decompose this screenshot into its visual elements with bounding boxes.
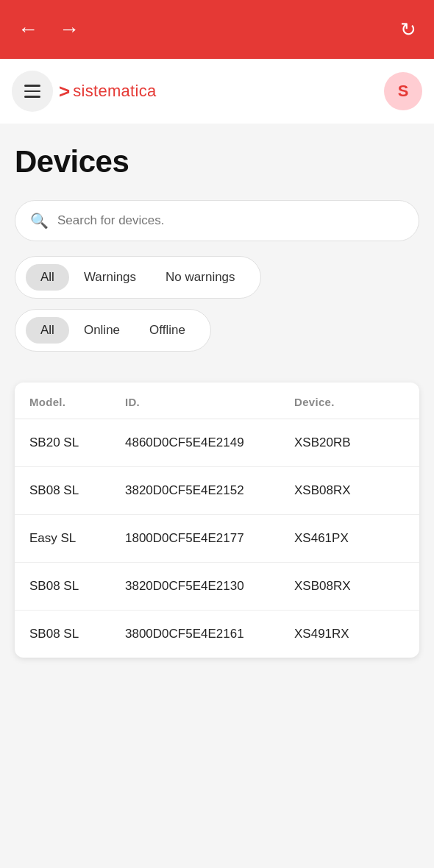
table-row[interactable]: Easy SL 1800D0CF5E4E2177 XS461PX [15, 515, 419, 563]
menu-button[interactable] [12, 71, 53, 112]
cell-device: XSB08RX [294, 579, 405, 594]
cell-id: 4860D0CF5E4E2149 [125, 435, 294, 450]
cell-device: XSB20RB [294, 435, 405, 450]
search-input[interactable] [57, 213, 404, 228]
filter-row-warnings: All Warnings No warnings [15, 256, 261, 299]
cell-id: 3820D0CF5E4E2130 [125, 579, 294, 594]
cell-model: SB20 SL [29, 435, 125, 450]
filter-offline[interactable]: Offline [135, 317, 200, 344]
table-row[interactable]: SB08 SL 3800D0CF5E4E2161 XS491RX [15, 611, 419, 658]
col-model: Model. [29, 396, 125, 408]
cell-model: SB08 SL [29, 483, 125, 498]
cell-id: 3820D0CF5E4E2152 [125, 483, 294, 498]
col-id: ID. [125, 396, 294, 408]
search-icon: 🔍 [30, 212, 49, 230]
cell-device: XS491RX [294, 627, 405, 641]
filter-online[interactable]: Online [69, 317, 135, 344]
page-content: Devices 🔍 All Warnings No warnings All O… [0, 124, 434, 687]
cell-id: 1800D0CF5E4E2177 [125, 531, 294, 546]
table-row[interactable]: SB08 SL 3820D0CF5E4E2130 XSB08RX [15, 563, 419, 611]
cell-model: Easy SL [29, 531, 125, 546]
table-body: SB20 SL 4860D0CF5E4E2149 XSB20RB SB08 SL… [15, 419, 419, 658]
header-row: > sistematica S [0, 59, 434, 124]
cell-device: XSB08RX [294, 483, 405, 498]
logo-area: > sistematica [59, 82, 157, 101]
col-device: Device. [294, 396, 405, 408]
menu-line-1 [24, 85, 40, 87]
filter-no-warnings[interactable]: No warnings [151, 264, 250, 291]
menu-line-3 [24, 96, 40, 98]
nav-left: ← → [18, 19, 79, 40]
filter-all-warnings[interactable]: All [26, 264, 69, 291]
cell-id: 3800D0CF5E4E2161 [125, 627, 294, 641]
forward-button[interactable]: → [59, 19, 79, 40]
table-row[interactable]: SB20 SL 4860D0CF5E4E2149 XSB20RB [15, 419, 419, 467]
reload-button[interactable]: ↻ [400, 18, 416, 41]
devices-table: Model. ID. Device. SB20 SL 4860D0CF5E4E2… [15, 383, 419, 658]
table-row[interactable]: SB08 SL 3820D0CF5E4E2152 XSB08RX [15, 467, 419, 515]
back-button[interactable]: ← [18, 19, 38, 40]
table-header: Model. ID. Device. [15, 383, 419, 419]
logo-chevron: > [59, 82, 70, 101]
logo-text: sistematica [73, 82, 156, 101]
menu-line-2 [24, 90, 40, 93]
cell-device: XS461PX [294, 531, 405, 546]
top-bar: ← → ↻ [0, 0, 434, 59]
page-title: Devices [15, 144, 419, 179]
search-bar: 🔍 [15, 200, 419, 241]
avatar[interactable]: S [384, 72, 422, 110]
filter-warnings[interactable]: Warnings [69, 264, 151, 291]
cell-model: SB08 SL [29, 627, 125, 641]
cell-model: SB08 SL [29, 579, 125, 594]
filter-all-online[interactable]: All [26, 317, 69, 344]
filter-row-online: All Online Offline [15, 309, 211, 352]
header-left: > sistematica [12, 71, 157, 112]
